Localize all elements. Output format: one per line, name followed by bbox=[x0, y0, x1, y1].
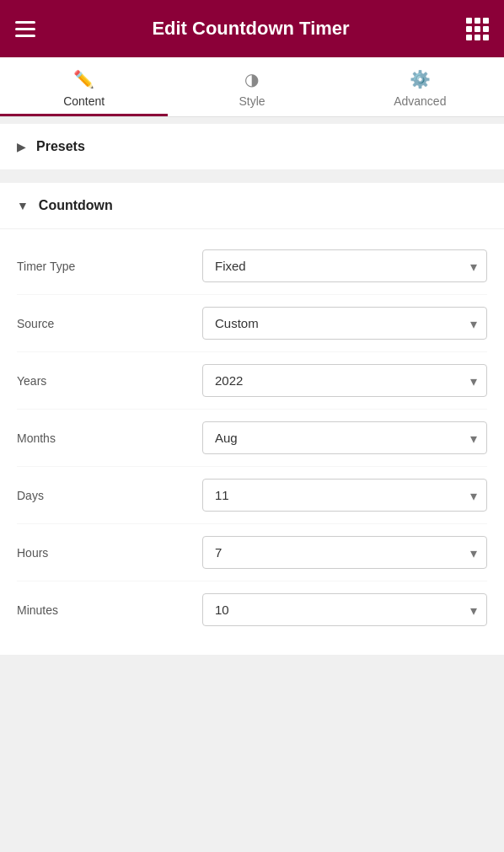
years-select[interactable]: 2020 2021 2022 2023 2024 2025 bbox=[202, 364, 487, 397]
minutes-field: Minutes 05 10 15202530 3540455055 ▾ bbox=[17, 581, 487, 638]
years-label: Years bbox=[17, 374, 202, 388]
circle-half-icon: ◑ bbox=[244, 69, 259, 89]
tab-content-label: Content bbox=[63, 94, 105, 108]
countdown-section-header[interactable]: ▼ Countdown bbox=[0, 183, 504, 228]
presets-section-header[interactable]: ▶ Presets bbox=[0, 124, 504, 169]
months-control: JanFebMarApr MayJunJul Aug SepOctNovDec … bbox=[202, 421, 487, 454]
apps-grid-button[interactable] bbox=[466, 18, 489, 40]
timer-type-control: Fixed Evergreen Due Date ▾ bbox=[202, 249, 487, 282]
countdown-section-content: Timer Type Fixed Evergreen Due Date ▾ So… bbox=[0, 228, 504, 655]
years-select-wrapper: 2020 2021 2022 2023 2024 2025 ▾ bbox=[202, 364, 487, 397]
presets-section-title: Presets bbox=[36, 139, 85, 154]
source-control: Custom Post Date Post Modified ▾ bbox=[202, 307, 487, 340]
hours-select-wrapper: 0123 456 7 891011 12131415 16171819 2021… bbox=[202, 536, 487, 569]
days-control: 1234 5678 910 11 12131415 16171819 20212… bbox=[202, 479, 487, 512]
app-header: Edit Countdown Timer bbox=[0, 0, 504, 57]
hamburger-menu-button[interactable] bbox=[15, 21, 35, 37]
source-select-wrapper: Custom Post Date Post Modified ▾ bbox=[202, 307, 487, 340]
tab-bar: ✏️ Content ◑ Style ⚙️ Advanced bbox=[0, 57, 504, 117]
tab-advanced-label: Advanced bbox=[394, 94, 446, 108]
hours-label: Hours bbox=[17, 546, 202, 560]
minutes-select[interactable]: 05 10 15202530 3540455055 bbox=[202, 593, 487, 626]
gear-icon: ⚙️ bbox=[410, 69, 431, 89]
countdown-toggle-icon: ▼ bbox=[17, 199, 29, 212]
presets-section: ▶ Presets bbox=[0, 124, 504, 169]
hours-field: Hours 0123 456 7 891011 12131415 1617181… bbox=[17, 524, 487, 581]
minutes-control: 05 10 15202530 3540455055 ▾ bbox=[202, 593, 487, 626]
divider-1 bbox=[0, 117, 504, 124]
source-label: Source bbox=[17, 317, 202, 330]
months-select[interactable]: JanFebMarApr MayJunJul Aug SepOctNovDec bbox=[202, 421, 487, 454]
source-field: Source Custom Post Date Post Modified ▾ bbox=[17, 295, 487, 352]
days-select[interactable]: 1234 5678 910 11 12131415 16171819 20212… bbox=[202, 479, 487, 512]
months-field: Months JanFebMarApr MayJunJul Aug SepOct… bbox=[17, 410, 487, 467]
countdown-section: ▼ Countdown Timer Type Fixed Evergreen D… bbox=[0, 183, 504, 655]
hours-select[interactable]: 0123 456 7 891011 12131415 16171819 2021… bbox=[202, 536, 487, 569]
minutes-select-wrapper: 05 10 15202530 3540455055 ▾ bbox=[202, 593, 487, 626]
hours-control: 0123 456 7 891011 12131415 16171819 2021… bbox=[202, 536, 487, 569]
countdown-section-title: Countdown bbox=[39, 198, 113, 213]
days-select-wrapper: 1234 5678 910 11 12131415 16171819 20212… bbox=[202, 479, 487, 512]
tab-advanced[interactable]: ⚙️ Advanced bbox=[336, 57, 504, 116]
page-title: Edit Countdown Timer bbox=[152, 18, 349, 40]
timer-type-select-wrapper: Fixed Evergreen Due Date ▾ bbox=[202, 249, 487, 282]
presets-toggle-icon: ▶ bbox=[17, 140, 26, 153]
years-field: Years 2020 2021 2022 2023 2024 2025 ▾ bbox=[17, 352, 487, 410]
timer-type-label: Timer Type bbox=[17, 260, 202, 273]
months-label: Months bbox=[17, 431, 202, 445]
pencil-icon: ✏️ bbox=[73, 69, 94, 89]
source-select[interactable]: Custom Post Date Post Modified bbox=[202, 307, 487, 340]
days-field: Days 1234 5678 910 11 12131415 16171819 … bbox=[17, 467, 487, 524]
timer-type-field: Timer Type Fixed Evergreen Due Date ▾ bbox=[17, 238, 487, 295]
tab-style[interactable]: ◑ Style bbox=[168, 57, 335, 116]
divider-2 bbox=[0, 176, 504, 183]
tab-content[interactable]: ✏️ Content bbox=[0, 57, 168, 116]
days-label: Days bbox=[17, 489, 202, 502]
tab-style-label: Style bbox=[239, 94, 265, 108]
minutes-label: Minutes bbox=[17, 603, 202, 617]
months-select-wrapper: JanFebMarApr MayJunJul Aug SepOctNovDec … bbox=[202, 421, 487, 454]
years-control: 2020 2021 2022 2023 2024 2025 ▾ bbox=[202, 364, 487, 397]
timer-type-select[interactable]: Fixed Evergreen Due Date bbox=[202, 249, 487, 282]
